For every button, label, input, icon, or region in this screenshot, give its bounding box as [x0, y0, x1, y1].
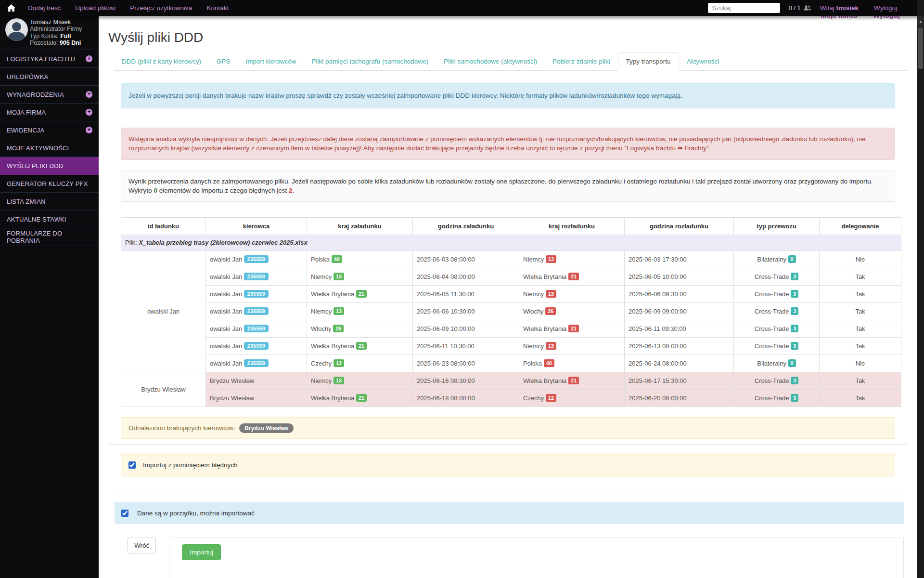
info-alert: Jeżeli w powyższej porcji danych brakuje…	[121, 83, 895, 108]
transport-type-badge: 3	[791, 325, 798, 332]
sidebar-item-urlopowka[interactable]: URLOPÓWKA	[0, 68, 99, 86]
transport-type-cell: Bilateralny 0	[734, 355, 820, 372]
sidebar-item-label: MOJE AKTYWNOŚCI	[7, 144, 69, 152]
transport-type-badge: 3	[791, 377, 798, 384]
search-input[interactable]	[708, 3, 780, 13]
topbar-item-kontakt[interactable]: Kontakt	[206, 4, 229, 12]
tab-gps[interactable]: GPS	[209, 53, 238, 70]
load-country-badge: 13	[334, 307, 344, 315]
header-logout-link[interactable]: Wyloguj	[873, 16, 900, 19]
driver-cell: owalski Jan 235559	[206, 320, 307, 337]
logout-link[interactable]: Wyloguj	[874, 4, 897, 12]
load-time-cell: 2025-06-23 08:00:00	[413, 355, 519, 372]
transport-type-cell: Cross-Trade 3	[734, 268, 820, 285]
unload-country-badge: 26	[545, 307, 556, 315]
sidebar-item-label: WYŚLIJ PLIKI DDD	[7, 162, 63, 170]
tab-ddd-pliki-z-karty-kierowcy[interactable]: DDD (pliki z karty kierowcy)	[114, 53, 209, 70]
topbar-item-dodaj-tresc[interactable]: Dodaj treść	[28, 4, 61, 12]
tab-pliki-pamieci-tachografu-samochodowe[interactable]: Pliki pamięci tachografu (samochodowe)	[304, 53, 436, 70]
sidebar-item-aktualne-stawki[interactable]: AKTUALNE STAWKI	[0, 210, 99, 228]
sidebar-item-ewidencja[interactable]: EWIDENCJA+	[0, 121, 99, 139]
driver-cell: owalski Jan 235559	[206, 337, 307, 355]
unload-country-cell: Wielka Brytania 21	[519, 372, 625, 389]
tab-typy-transportu[interactable]: Typy transportu	[618, 53, 679, 71]
sidebar-item-lista-zmian[interactable]: LISTA ZMIAN	[0, 193, 99, 210]
missing-driver-pill: Brydzu Wiesław	[239, 423, 294, 433]
topbar-item-przelacz-uzytkownika[interactable]: Przełącz użytkownika	[130, 4, 192, 12]
transport-type-cell: Bilateralny 0	[734, 250, 820, 268]
days-remaining: Pozostało: 905 Dni	[30, 39, 99, 47]
driver-cell: owalski Jan 235559	[206, 250, 307, 268]
sidebar-item-label: URLOPÓWKA	[7, 73, 48, 80]
plus-icon[interactable]: +	[86, 109, 92, 116]
main-content: Moje konto Wyloguj Wyślij pliki DDD DDD …	[99, 16, 917, 578]
unload-country-cell: Niemcy 13	[519, 250, 625, 268]
account-type: Typ Konta: Full	[30, 33, 99, 40]
missing-drivers-box: Odnaleziono brakujących kierowców: Brydz…	[121, 417, 895, 439]
load-country-cell: Niemcy 13	[307, 268, 413, 285]
load-time-cell: 2025-06-05 11:30:00	[413, 285, 519, 302]
topbar-item-upload-plikow[interactable]: Upload plików	[75, 4, 116, 12]
load-country-badge: 40	[332, 255, 342, 263]
table-row: owalski Janowalski Jan 235559Polska 4020…	[121, 250, 901, 268]
danger-alert: Wstępna analiza wykryła niespójności w d…	[121, 128, 895, 160]
sidebar-item-moje-aktywnosci[interactable]: MOJE AKTYWNOŚCI	[0, 139, 99, 157]
column-header-kraj-zaladunku: kraj załadunku	[307, 217, 413, 235]
sidebar-item-wynagrodzenia[interactable]: WYNAGRODZENIA+	[0, 86, 99, 104]
tab-pliki-samochodowe-aktywnosci[interactable]: Pliki samochodowe (aktywności)	[436, 53, 545, 70]
column-header-godzina-rozladunku: godzina rozładunku	[625, 217, 734, 235]
driver-card-badge: 235559	[244, 325, 269, 332]
load-country-cell: Wielka Brytania 21	[307, 285, 413, 302]
my-account-link[interactable]: Moje konto	[821, 16, 858, 19]
load-country-cell: Wielka Brytania 21	[307, 337, 413, 355]
scrollbar-up-icon[interactable]: ▲	[917, 16, 924, 26]
unload-time-cell: 2025-06-13 08:00:00	[625, 337, 734, 355]
column-header-kierowca: kierowca	[206, 217, 307, 235]
sidebar-item-logistyka-frachtu[interactable]: LOGISTYKA FRACHTU+	[0, 50, 99, 68]
skip-errors-checkbox[interactable]	[128, 461, 136, 469]
plus-icon[interactable]: +	[86, 127, 92, 133]
load-country-cell: Włochy 26	[307, 320, 413, 337]
tab-pobierz-zdalnie-pliki[interactable]: Pobierz zdalnie pliki	[545, 53, 617, 70]
transport-type-cell: Cross-Trade 3	[734, 320, 820, 337]
column-header-kraj-rozladunku: kraj rozładunku	[519, 217, 625, 235]
back-button[interactable]: Wróć	[128, 538, 156, 553]
load-country-badge: 12	[334, 359, 344, 367]
home-icon[interactable]	[7, 4, 15, 12]
load-country-cell: Niemcy 13	[307, 302, 413, 320]
sidebar-item-moja-firma[interactable]: MOJA FIRMA+	[0, 104, 99, 121]
load-time-cell: 2025-06-09 10:00:00	[413, 320, 519, 337]
plus-icon[interactable]: +	[86, 55, 92, 62]
tab-import-kierowcow[interactable]: Import kierowców	[238, 53, 304, 70]
divider	[108, 494, 908, 494]
unload-country-badge: 40	[544, 359, 554, 367]
users-icon	[803, 5, 811, 11]
scrollbar-thumb[interactable]	[918, 27, 923, 69]
load-time-cell: 2025-06-04 08:00:00	[413, 268, 519, 285]
data-ok-label[interactable]: Dane są w porządku, można importować	[137, 510, 255, 517]
load-time-cell: 2025-06-03 08:00:00	[413, 250, 519, 268]
table-row: owalski Jan 235559Wielka Brytania 212025…	[121, 337, 901, 355]
sidebar-item-formularze-do-pobrania[interactable]: FORMULARZE DO POBRANIA	[0, 228, 99, 246]
driver-card-badge: 235559	[244, 255, 269, 263]
unload-country-cell: Wielka Brytania 21	[519, 320, 625, 337]
user-counter-value: 0 / 1	[789, 4, 801, 12]
sidebar-item-label: MOJA FIRMA	[7, 109, 46, 116]
driver-cell: owalski Jan 235559	[206, 285, 307, 302]
unload-country-badge: 13	[546, 342, 556, 350]
unload-country-badge: 21	[568, 377, 579, 384]
sidebar-item-wyslij-pliki-ddd[interactable]: WYŚLIJ PLIKI DDD	[0, 157, 99, 175]
transport-type-badge: 3	[791, 307, 798, 315]
sidebar-item-generator-kluczy-pfx[interactable]: GENERATOR KLUCZY PFX	[0, 175, 99, 193]
user-name: Tomasz Misiek	[30, 18, 99, 26]
scrollbar[interactable]: ▲	[917, 0, 924, 578]
data-ok-checkbox[interactable]	[121, 510, 128, 517]
load-country-badge: 21	[356, 342, 367, 350]
import-button[interactable]: Importuj	[182, 544, 221, 560]
unload-time-cell: 2025-06-03 17:30:00	[625, 250, 734, 268]
skip-errors-label[interactable]: Importuj z pominięciem błędnych	[143, 461, 238, 469]
table-row: Brydzu Wiesław Wielka Brytania 212025-06…	[121, 389, 901, 407]
plus-icon[interactable]: +	[86, 91, 92, 98]
tab-aktywnosci[interactable]: Aktywności	[679, 53, 727, 70]
delegation-cell: Tak	[820, 268, 901, 285]
